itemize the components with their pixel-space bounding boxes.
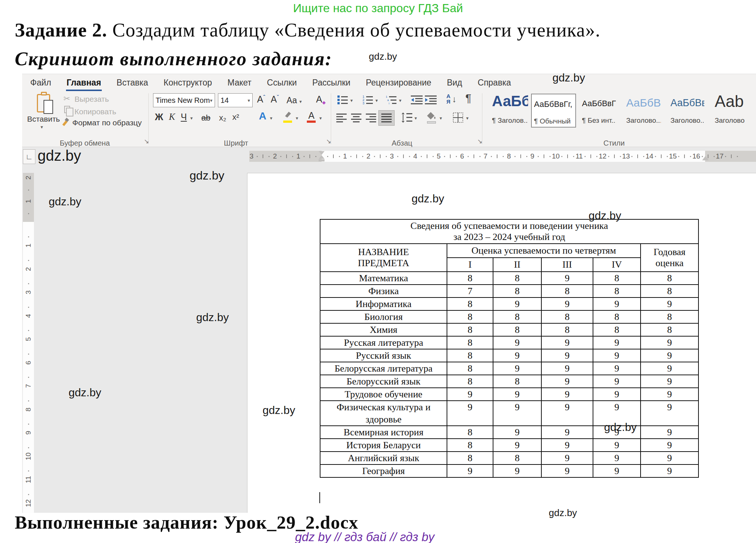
ruler-tick — [28, 424, 29, 425]
grades-table[interactable]: Сведения об успеваемости и поведении уче… — [320, 219, 699, 478]
grade-cell: 9 — [593, 362, 641, 375]
table-header-row: НАЗВАНИЕ ПРЕДМЕТА Оценка успеваемости по… — [320, 244, 698, 258]
table-row: Физика78888 — [320, 285, 698, 297]
subject-cell: Английский язык — [320, 452, 447, 464]
table-row: Информатика89999 — [320, 297, 698, 310]
grade-cell: 9 — [593, 297, 641, 310]
table-row: Русская литература89999 — [320, 336, 698, 349]
vertical-ruler[interactable]: 21123456789101112 — [23, 166, 34, 513]
footer-tags: gdz by // гдз бай // гдз by — [295, 530, 434, 543]
ruler-number: 11 — [576, 152, 583, 160]
grade-cell: 9 — [493, 388, 541, 401]
ribbon-tab-0[interactable]: Файл — [30, 78, 51, 88]
grade-cell: 8 — [447, 426, 493, 439]
text-cursor — [319, 492, 320, 503]
grade-cell: 9 — [541, 297, 593, 310]
grade-cell: 9 — [541, 349, 593, 362]
ruler-tick — [397, 156, 398, 157]
grade-cell: 9 — [447, 464, 493, 477]
word-window: ФайлГлавнаяВставкаКонструкторМакетСсылки… — [22, 74, 756, 512]
grade-cell: 9 — [541, 439, 593, 452]
style-item[interactable]: АаБбВвЗаголово... — [624, 94, 661, 128]
grade-cell: 9 — [593, 388, 641, 401]
table-row: Биология88888 — [320, 310, 698, 323]
ruler-tick — [292, 156, 293, 157]
ribbon-tab-1[interactable]: Главная — [67, 78, 101, 88]
ruler-tick — [608, 156, 609, 157]
ruler-tick — [596, 156, 597, 157]
year-grade-cell: 9 — [641, 452, 698, 464]
grade-cell: 8 — [447, 362, 493, 375]
grade-cell: 8 — [541, 323, 593, 336]
ruler-number: 15 — [669, 152, 677, 160]
grade-cell: 9 — [593, 375, 641, 388]
ruler-tick — [661, 154, 662, 158]
grade-cell: 9 — [493, 426, 541, 439]
style-item[interactable]: АаbЗаголово — [712, 94, 756, 128]
ribbon-tab-3[interactable]: Конструктор — [164, 78, 212, 88]
ruler-tick — [702, 156, 703, 157]
year-grade-cell: 9 — [641, 375, 698, 388]
ruler-tick — [643, 156, 644, 157]
grade-cell: 9 — [593, 452, 641, 464]
ruler-tick — [421, 156, 422, 157]
style-item[interactable]: АаБб¶ Заголов... — [490, 94, 528, 128]
style-label: ¶ Без инт... — [582, 116, 616, 125]
ruler-tick — [544, 154, 544, 158]
grade-cell: 8 — [447, 310, 493, 323]
year-grade-cell: 9 — [641, 297, 698, 310]
ruler-tick — [286, 154, 287, 158]
subject-cell: Русская литература — [320, 336, 447, 349]
grade-cell: 8 — [447, 439, 493, 452]
ruler-tick — [585, 156, 586, 157]
grade-cell: 9 — [593, 336, 641, 349]
table-title-row: Сведения об успеваемости и поведении уче… — [320, 219, 698, 244]
grade-cell: 8 — [447, 375, 493, 388]
grade-cell: 8 — [447, 452, 493, 464]
style-label: Заголово — [715, 116, 745, 125]
table-row: География99999 — [320, 464, 698, 477]
ribbon-tab-7[interactable]: Рецензирование — [366, 78, 431, 88]
ruler-tick — [427, 154, 427, 158]
ribbon-tab-4[interactable]: Макет — [228, 78, 252, 88]
tab-stop-selector[interactable]: ∟ — [23, 149, 35, 164]
horizontal-ruler[interactable]: 3211234567891011121314151617 — [249, 151, 756, 162]
ribbon-tab-8[interactable]: Вид — [447, 78, 462, 88]
first-line-indent-marker[interactable] — [319, 151, 325, 155]
style-preview: АаБб — [492, 94, 528, 109]
grade-cell: 8 — [493, 272, 541, 285]
ruler-tick — [479, 156, 481, 157]
ruler-tick — [28, 307, 29, 308]
ruler-tick — [474, 154, 474, 158]
grade-cell: 8 — [541, 310, 593, 323]
grade-cell: 9 — [541, 464, 593, 477]
clipboard-group-label: Буфер обмена — [44, 139, 125, 146]
ruler-number: 11 — [24, 475, 32, 484]
ribbon-tab-6[interactable]: Рассылки — [312, 78, 350, 88]
grade-cell: 7 — [447, 285, 493, 297]
ruler-tick — [620, 156, 621, 157]
ruler-tick — [690, 156, 691, 157]
style-item[interactable]: АаБбВвГг,¶ Обычный — [531, 94, 576, 128]
ruler-number: 5 — [437, 152, 441, 160]
ruler-tick — [456, 156, 457, 157]
ruler-number: 12 — [24, 499, 32, 508]
left-indent-marker[interactable] — [319, 159, 325, 161]
ruler-tick — [503, 156, 504, 157]
ribbon-tab-2[interactable]: Вставка — [117, 78, 148, 88]
ruler-tick — [304, 156, 305, 157]
grade-cell: 9 — [447, 401, 493, 426]
style-item[interactable]: АаБбВвГЗаголово... — [668, 94, 704, 128]
subject-cell: Химия — [320, 323, 447, 336]
ribbon-tab-5[interactable]: Ссылки — [267, 78, 297, 88]
year-grade-cell: 9 — [641, 349, 698, 362]
ruler-tick — [561, 156, 562, 157]
ribbon-tab-9[interactable]: Справка — [478, 78, 511, 88]
gdz-watermark: gdz.by — [412, 192, 444, 205]
ruler-number: 2 — [24, 265, 32, 274]
gdz-watermark: gdz.by — [49, 195, 81, 208]
subject-cell: Физическая культура и здоровье — [320, 401, 447, 426]
hanging-indent-marker[interactable] — [319, 155, 325, 159]
style-item[interactable]: АаБбВвГг,¶ Без инт... — [580, 94, 616, 128]
style-label: ¶ Обычный — [534, 117, 571, 125]
